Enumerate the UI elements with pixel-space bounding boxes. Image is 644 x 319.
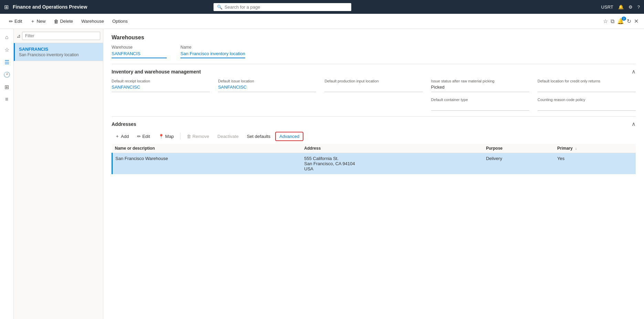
addresses-section-content: ＋ Add ✏ Edit 📍 Map 🗑 Remove Deactivat xyxy=(112,131,636,180)
search-input[interactable] xyxy=(225,4,348,10)
field-default-production-value[interactable] xyxy=(324,84,423,92)
left-panel: ⊿ SANFRANCIS San Francisco inventory loc… xyxy=(14,29,103,319)
search-icon: 🔍 xyxy=(217,4,222,10)
row-name: San Francisco Warehouse xyxy=(112,153,302,175)
close-icon[interactable]: ✕ xyxy=(634,18,638,24)
inventory-collapse-icon: ∧ xyxy=(632,68,636,75)
help-icon[interactable]: ? xyxy=(637,4,640,10)
left-panel-toolbar: ⊿ xyxy=(14,29,103,43)
map-icon: 📍 xyxy=(158,134,164,139)
sidebar-menu-icon[interactable]: ☰ xyxy=(1,57,12,68)
row-primary: Yes xyxy=(554,153,636,175)
deactivate-button[interactable]: Deactivate xyxy=(214,132,242,141)
field-container-type: Default container type xyxy=(431,98,529,111)
top-bar: ⊞ Finance and Operations Preview 🔍 USRT … xyxy=(0,0,644,14)
field-credit-returns-label: Default location for credit only returns xyxy=(538,79,636,83)
col-purpose: Purpose xyxy=(483,144,554,153)
set-defaults-button[interactable]: Set defaults xyxy=(243,132,274,141)
field-counting-reason-label: Counting reason code policy xyxy=(538,98,636,102)
inventory-section: Inventory and warehouse management ∧ Def… xyxy=(112,64,636,116)
favorites-icon[interactable]: ☆ xyxy=(603,18,608,24)
sidebar-grid-icon[interactable]: ⊞ xyxy=(1,81,12,92)
advanced-button[interactable]: Advanced xyxy=(275,132,303,141)
addresses-table: Name or description Address Purpose Prim… xyxy=(112,144,636,174)
field-issue-status-value[interactable]: Picked xyxy=(431,84,529,92)
action-bar: ✏ Edit ＋ New 🗑 Delete Warehouse Options … xyxy=(0,14,644,29)
list-item[interactable]: SANFRANCIS San Francisco inventory locat… xyxy=(14,43,103,61)
field-default-issue: Default issue location SANFANCISC xyxy=(218,79,316,92)
edit-button[interactable]: ✏ Edit xyxy=(6,17,25,26)
sidebar-icons: ⌂ ☆ ☰ 🕐 ⊞ ≡ xyxy=(0,29,14,319)
col-primary: Primary ↓ xyxy=(554,144,636,153)
search-box[interactable]: 🔍 xyxy=(214,3,351,11)
sidebar-home-icon[interactable]: ⌂ xyxy=(1,32,12,43)
name-field-label: Name xyxy=(180,45,245,50)
field-credit-returns: Default location for credit only returns xyxy=(538,79,636,92)
field-default-receipt: Default receipt location SANFANCISC xyxy=(112,79,210,92)
warehouse-button[interactable]: Warehouse xyxy=(78,17,107,26)
list-item-code: SANFRANCIS xyxy=(19,47,99,52)
col-name: Name or description xyxy=(112,144,302,153)
sidebar-list-icon[interactable]: ≡ xyxy=(1,94,12,105)
addresses-collapse-icon: ∧ xyxy=(632,121,636,127)
field-default-production: Default production input location xyxy=(324,79,423,92)
row-address: 555 California St. San Francisco, CA 941… xyxy=(301,153,483,175)
remove-icon: 🗑 xyxy=(187,134,191,139)
field-counting-reason-value[interactable] xyxy=(538,103,636,111)
options-button[interactable]: Options xyxy=(109,17,131,26)
warehouse-field-value[interactable]: SANFRANCIS xyxy=(112,51,167,58)
toolbar-separator-1 xyxy=(180,133,180,140)
addresses-section: Addresses ∧ ＋ Add ✏ Edit 📍 Map xyxy=(112,116,636,180)
table-header-row: Name or description Address Purpose Prim… xyxy=(112,144,636,153)
col-address: Address xyxy=(301,144,483,153)
row-purpose: Delivery xyxy=(483,153,554,175)
filter-icon[interactable]: ⊿ xyxy=(17,33,21,39)
field-default-issue-value[interactable]: SANFANCISC xyxy=(218,84,316,92)
add-icon: ＋ xyxy=(115,133,120,139)
name-field-group: Name San Francisco inventory location xyxy=(180,45,245,58)
map-button[interactable]: 📍 Map xyxy=(155,132,177,141)
inventory-section-title: Inventory and warehouse management xyxy=(112,69,201,74)
filter-input[interactable] xyxy=(22,32,100,40)
sort-icon: ↓ xyxy=(575,147,577,150)
warehouse-field-label: Warehouse xyxy=(112,45,167,50)
addresses-section-header[interactable]: Addresses ∧ xyxy=(112,117,636,131)
table-row[interactable]: San Francisco Warehouse 555 California S… xyxy=(112,153,636,175)
page-title: Warehouses xyxy=(112,34,636,41)
notification-icon[interactable]: 🔔0 xyxy=(617,18,624,24)
edit-icon: ✏ xyxy=(9,19,13,24)
field-container-type-value[interactable] xyxy=(431,103,529,111)
inventory-fields-grid: Default receipt location SANFANCISC Defa… xyxy=(112,79,636,111)
field-default-receipt-label: Default receipt location xyxy=(112,79,210,83)
action-bar-right: ☆ ⧉ 🔔0 ↻ ✕ xyxy=(603,18,638,24)
sidebar-star-icon[interactable]: ☆ xyxy=(1,44,12,55)
delete-icon: 🗑 xyxy=(54,19,59,24)
field-container-type-label: Default container type xyxy=(431,98,529,102)
field-credit-returns-value[interactable] xyxy=(538,84,636,92)
add-address-button[interactable]: ＋ Add xyxy=(112,131,132,141)
new-button[interactable]: ＋ New xyxy=(27,16,49,27)
edit-addr-icon: ✏ xyxy=(137,134,141,139)
field-default-receipt-value[interactable]: SANFANCISC xyxy=(112,84,210,92)
sidebar-recent-icon[interactable]: 🕐 xyxy=(1,69,12,80)
list-item-description: San Francisco inventory location xyxy=(19,52,99,57)
settings-icon[interactable]: ⚙ xyxy=(629,4,633,10)
bell-icon[interactable]: 🔔 xyxy=(618,4,624,10)
field-default-issue-label: Default issue location xyxy=(218,79,316,83)
user-label[interactable]: USRT xyxy=(601,4,613,10)
name-field-value[interactable]: San Francisco inventory location xyxy=(180,51,245,58)
inventory-section-content: Default receipt location SANFANCISC Defa… xyxy=(112,79,636,116)
edit-address-button[interactable]: ✏ Edit xyxy=(134,132,153,141)
remove-button[interactable]: 🗑 Remove xyxy=(183,132,212,141)
field-counting-reason: Counting reason code policy xyxy=(538,98,636,111)
app-title: Finance and Operations Preview xyxy=(13,4,87,10)
grid-menu-icon[interactable]: ⊞ xyxy=(4,4,9,10)
refresh-icon[interactable]: ↻ xyxy=(627,18,631,24)
detach-icon[interactable]: ⧉ xyxy=(611,18,614,24)
field-issue-status-label: Issue status after raw material picking xyxy=(431,79,529,83)
inventory-section-header[interactable]: Inventory and warehouse management ∧ xyxy=(112,64,636,79)
delete-button[interactable]: 🗑 Delete xyxy=(50,17,76,26)
warehouse-field-group: Warehouse SANFRANCIS xyxy=(112,45,167,58)
field-issue-status: Issue status after raw material picking … xyxy=(431,79,529,92)
main-content: Warehouses Warehouse SANFRANCIS Name San… xyxy=(103,29,644,319)
